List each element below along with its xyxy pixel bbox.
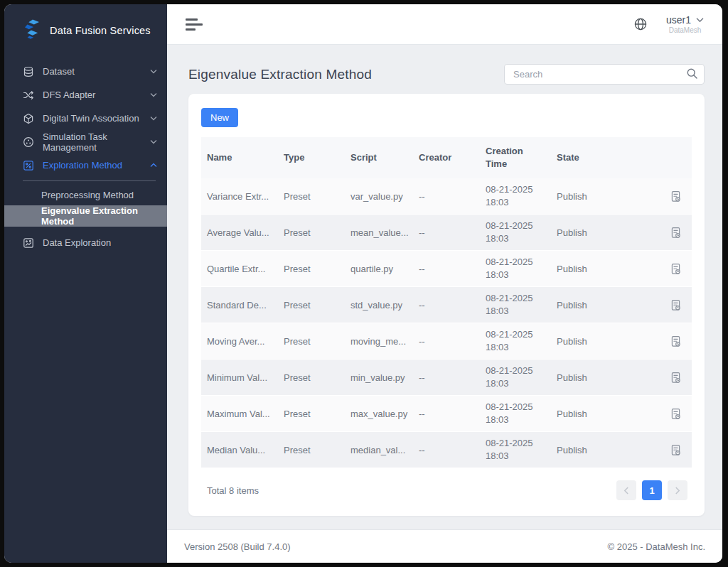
brand-row: Data Fusion Services (4, 4, 167, 60)
sidebar-item-dataset[interactable]: Dataset (4, 60, 167, 83)
table-row[interactable]: Average Valu... Preset mean_value... -- … (201, 215, 692, 251)
search-box (504, 64, 705, 85)
cell-type: Preset (278, 445, 345, 455)
row-detail-button[interactable] (668, 225, 683, 240)
sidebar-item-dfs-adapter[interactable]: DFS Adapter (4, 83, 167, 107)
prev-page-button[interactable] (616, 480, 636, 500)
table-row[interactable]: Standard De... Preset std_value.py -- 08… (201, 287, 692, 323)
cell-name: Standard De... (201, 300, 278, 310)
sidebar-subitem-label: Eigenvalue Extraction Method (41, 205, 167, 227)
content-area: Eigenvalue Extraction Method New Name Ty… (167, 45, 722, 529)
cell-creator: -- (413, 300, 480, 310)
sidebar-collapse-button[interactable] (183, 16, 205, 33)
cell-state: Publish (551, 264, 659, 274)
cell-state: Publish (551, 372, 659, 383)
cell-creator: -- (413, 372, 480, 383)
sidebar-item-simulation-task-management[interactable]: Simulation Task Management (4, 130, 167, 153)
language-globe-icon[interactable] (633, 17, 648, 31)
cell-type: Preset (278, 227, 345, 238)
cell-name: Moving Aver... (201, 336, 278, 347)
file-log-icon (670, 190, 682, 202)
row-detail-button[interactable] (668, 406, 683, 421)
chevron-down-icon (150, 139, 157, 144)
cell-creator: -- (413, 227, 480, 238)
chevron-down-icon (150, 92, 157, 97)
total-items-label: Total 8 items (207, 485, 259, 496)
sidebar-item-digital-twin-association[interactable]: Digital Twin Association (4, 107, 167, 130)
next-page-button[interactable] (668, 480, 687, 500)
cell-creation-time: 08-21-2025 18:03 (480, 437, 542, 463)
cell-type: Preset (278, 264, 345, 274)
table-row[interactable]: Variance Extr... Preset var_value.py -- … (201, 178, 692, 215)
copyright-label: © 2025 - DataMesh Inc. (608, 541, 705, 552)
pagination: Total 8 items 1 (201, 468, 692, 509)
new-button[interactable]: New (201, 108, 238, 127)
sidebar-item-exploration-method[interactable]: Exploration Method (4, 153, 167, 177)
cell-type: Preset (278, 300, 345, 310)
cell-state: Publish (551, 409, 659, 419)
row-detail-button[interactable] (668, 443, 683, 458)
database-icon (23, 66, 34, 77)
sidebar: Data Fusion Services Dataset DFS Adapter (4, 4, 167, 563)
cell-creation-time: 08-21-2025 18:03 (480, 328, 542, 354)
search-input[interactable] (504, 64, 705, 85)
cube-icon (23, 113, 34, 124)
cell-name: Average Valu... (201, 227, 278, 238)
user-menu[interactable]: user1 DataMesh (666, 14, 704, 34)
sidebar-item-label: Simulation Task Management (43, 131, 141, 153)
table-row[interactable]: Moving Aver... Preset moving_me... -- 08… (201, 323, 692, 360)
cell-type: Preset (278, 372, 345, 383)
percent-square-icon (23, 160, 34, 171)
sidebar-item-label: Digital Twin Association (43, 113, 139, 124)
cell-script: std_value.py (345, 300, 413, 310)
table-header-row: Name Type Script Creator Creation Time S… (201, 137, 692, 178)
column-header-creator: Creator (413, 151, 480, 164)
cell-name: Variance Extr... (201, 191, 278, 202)
table-row[interactable]: Maximum Val... Preset max_value.py -- 08… (201, 396, 692, 432)
chevron-up-icon (150, 163, 157, 168)
main-column: user1 DataMesh Eigenvalue Extraction Met… (167, 4, 722, 563)
version-label: Version 2508 (Build 7.4.0) (184, 541, 291, 552)
cell-script: moving_me... (345, 336, 413, 347)
cell-state: Publish (551, 300, 659, 310)
cell-creator: -- (413, 445, 480, 455)
sidebar-subitem-eigenvalue-extraction-method[interactable]: Eigenvalue Extraction Method (4, 205, 167, 227)
row-detail-button[interactable] (668, 370, 683, 385)
cell-type: Preset (278, 409, 345, 419)
file-log-icon (670, 444, 682, 456)
chevron-left-icon (623, 487, 629, 495)
column-header-state: State (551, 151, 659, 164)
cell-state: Publish (551, 445, 659, 455)
app-logo-icon (23, 18, 42, 43)
row-detail-button[interactable] (668, 189, 683, 204)
row-detail-button[interactable] (668, 334, 683, 349)
cell-creation-time: 08-21-2025 18:03 (480, 364, 542, 390)
file-log-icon (670, 299, 682, 311)
column-header-creation-time: Creation Time (480, 145, 531, 170)
table-row[interactable]: Median Valu... Preset median_val... -- 0… (201, 432, 692, 468)
cell-creation-time: 08-21-2025 18:03 (480, 183, 542, 209)
row-detail-button[interactable] (668, 261, 683, 276)
search-icon[interactable] (686, 68, 698, 82)
user-name: user1 (666, 14, 691, 26)
cell-creator: -- (413, 264, 480, 274)
cell-state: Publish (551, 191, 659, 202)
cell-creation-time: 08-21-2025 18:03 (480, 256, 542, 281)
file-log-icon (670, 263, 682, 275)
cell-state: Publish (551, 227, 659, 238)
table-row[interactable]: Quartile Extr... Preset quartile.py -- 0… (201, 251, 692, 287)
table-row[interactable]: Minimum Val... Preset min_value.py -- 08… (201, 360, 692, 396)
page-1-button[interactable]: 1 (642, 480, 662, 500)
sidebar-item-data-exploration[interactable]: Data Exploration (4, 231, 167, 254)
cell-script: max_value.py (345, 409, 413, 419)
simulation-icon (23, 136, 34, 148)
sidebar-subitem-preprocessing-method[interactable]: Preprocessing Method (4, 184, 167, 205)
sidebar-subitem-label: Preprocessing Method (41, 190, 134, 200)
table-body: Variance Extr... Preset var_value.py -- … (201, 178, 692, 468)
row-detail-button[interactable] (668, 298, 683, 313)
cell-creation-time: 08-21-2025 18:03 (480, 401, 542, 426)
cell-script: median_val... (345, 445, 413, 455)
chevron-down-icon (150, 69, 157, 74)
sidebar-item-label: Exploration Method (43, 160, 122, 171)
column-header-name: Name (201, 151, 278, 164)
